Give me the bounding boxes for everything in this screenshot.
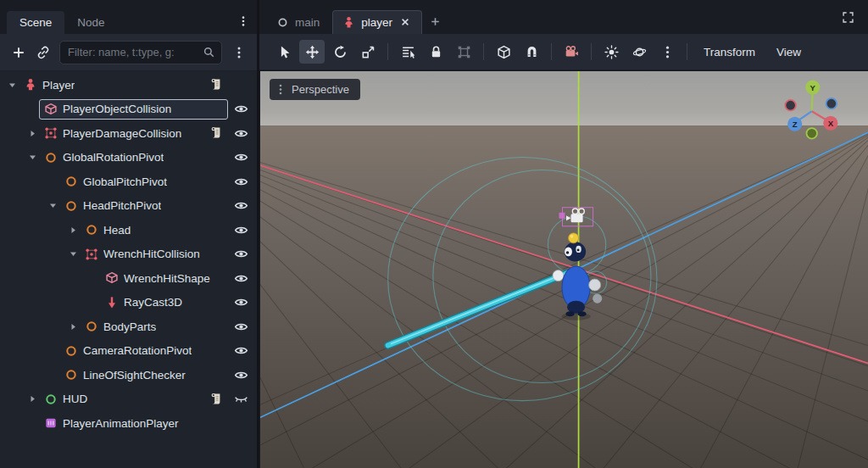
node-box[interactable]: WrenchHitShape (100, 268, 228, 288)
script-icon[interactable] (209, 126, 223, 140)
collapse-arrow-icon[interactable] (66, 249, 80, 259)
script-icon[interactable] (209, 78, 223, 92)
axis-y-negative[interactable] (806, 128, 816, 138)
tree-row[interactable]: RayCast3D (0, 291, 257, 315)
tree-row[interactable]: HeadPitchPivot (0, 194, 257, 219)
tree-row[interactable]: BodyParts (0, 315, 257, 339)
node-box[interactable]: WrenchHitCollision (80, 244, 228, 265)
move-tool-button[interactable] (299, 40, 325, 64)
transform-menu-button[interactable]: Transform (694, 40, 765, 64)
node-box[interactable]: Player (19, 75, 228, 95)
lock-button[interactable] (423, 40, 448, 64)
visibility-toggle-icon[interactable] (233, 343, 248, 359)
viewport-scene[interactable]: Y X Z (260, 71, 868, 468)
node-box[interactable]: Head (80, 220, 228, 240)
node-box[interactable]: LineOfSightChecker (59, 365, 228, 385)
scene-dock-toolbar (0, 34, 257, 71)
dock-menu-icon[interactable] (235, 13, 252, 30)
visibility-toggle-icon[interactable] (233, 270, 248, 286)
tree-row[interactable]: Player (0, 73, 257, 98)
instance-scene-button[interactable] (31, 41, 54, 64)
tree-row[interactable]: CameraRotationPivot (0, 339, 257, 364)
tree-menu-icon[interactable] (227, 41, 250, 64)
collapse-arrow-icon[interactable] (25, 153, 39, 162)
expand-arrow-icon[interactable] (66, 322, 80, 332)
node-box[interactable]: RayCast3D (100, 292, 228, 313)
node3d-icon (64, 344, 78, 358)
visibility-toggle-icon[interactable] (233, 367, 248, 382)
tree-row[interactable]: WrenchHitShape (0, 266, 257, 291)
viewport-3d[interactable]: Y X Z Perspective (260, 71, 868, 468)
axis-z-negative[interactable] (826, 98, 837, 109)
perspective-menu[interactable]: Perspective (270, 79, 360, 100)
tree-row[interactable]: GlobalRotationPivot (0, 146, 257, 170)
sun-button[interactable] (598, 40, 624, 64)
group-button[interactable] (451, 40, 476, 64)
visibility-toggle-icon[interactable] (233, 150, 248, 165)
node-name: GlobalRotationPivot (63, 151, 164, 164)
collapse-arrow-icon[interactable] (5, 81, 19, 90)
select-tool-button[interactable] (271, 40, 297, 64)
filter-nodes-field[interactable] (59, 41, 222, 64)
collision-shape-icon (44, 103, 58, 116)
canvas-layer-icon (44, 393, 58, 406)
node-name: LineOfSightChecker (83, 369, 186, 382)
visibility-hidden-icon[interactable] (233, 392, 248, 407)
visibility-toggle-icon[interactable] (233, 222, 248, 237)
tree-row[interactable]: LineOfSightChecker (0, 363, 257, 387)
node-box[interactable]: PlayerDamageCollision (39, 123, 228, 143)
distraction-free-icon[interactable] (837, 7, 858, 27)
visibility-toggle-icon[interactable] (233, 295, 248, 310)
scene-tab-player[interactable]: player (332, 10, 422, 34)
node-box[interactable]: BodyParts (80, 316, 228, 337)
selected-node-box[interactable]: PlayerObjectCollision (39, 99, 228, 120)
node-box[interactable]: GlobalPitchPivot (59, 171, 228, 192)
tree-row[interactable]: Head (0, 218, 257, 242)
close-tab-icon[interactable] (400, 17, 412, 29)
selection-list-button[interactable] (395, 40, 420, 64)
expand-arrow-icon[interactable] (25, 129, 39, 138)
indent (0, 254, 66, 254)
indent (0, 181, 46, 182)
visibility-toggle-icon[interactable] (233, 198, 248, 214)
visibility-toggle-icon[interactable] (233, 125, 248, 141)
filter-nodes-input[interactable] (66, 45, 199, 59)
scene-tab-main[interactable]: main (266, 10, 330, 34)
visibility-toggle-icon[interactable] (233, 174, 248, 189)
tab-node[interactable]: Node (64, 11, 117, 34)
dock-tabbar: Scene Node (0, 0, 257, 34)
tab-scene[interactable]: Scene (7, 11, 64, 34)
scale-tool-button[interactable] (355, 40, 381, 64)
expand-arrow-icon[interactable] (25, 394, 39, 404)
more-options-button[interactable] (654, 40, 680, 64)
add-scene-tab-button[interactable] (425, 10, 445, 32)
tree-row[interactable]: GlobalPitchPivot (0, 170, 257, 194)
collapse-arrow-icon[interactable] (46, 201, 59, 210)
tree-row[interactable]: PlayerAnimationPlayer (0, 411, 257, 436)
visibility-toggle-icon[interactable] (233, 102, 248, 117)
view-menu-button[interactable]: View (767, 40, 810, 64)
expand-arrow-icon[interactable] (66, 226, 80, 235)
script-icon[interactable] (209, 393, 223, 406)
add-node-button[interactable] (7, 41, 30, 64)
tree-row[interactable]: WrenchHitCollision (0, 242, 257, 267)
tree-row[interactable]: HUD (0, 387, 257, 412)
rotate-tool-button[interactable] (327, 40, 353, 64)
tree-row[interactable]: PlayerObjectCollision (0, 98, 257, 122)
node-box[interactable]: CameraRotationPivot (59, 341, 228, 361)
search-icon (203, 46, 215, 58)
axis-x-negative[interactable] (785, 100, 795, 110)
node-box[interactable]: PlayerAnimationPlayer (39, 413, 228, 433)
node3d-icon (85, 223, 98, 237)
visibility-toggle-icon[interactable] (233, 319, 248, 334)
node-box[interactable]: GlobalRotationPivot (39, 148, 228, 168)
snap-magnet-button[interactable] (519, 40, 544, 64)
node-name: PlayerObjectCollision (63, 103, 171, 115)
visibility-toggle-icon[interactable] (233, 247, 248, 262)
environment-button[interactable] (626, 40, 652, 64)
tree-row[interactable]: PlayerDamageCollision (0, 121, 257, 146)
camera-preview-button[interactable] (559, 40, 584, 64)
node-box[interactable]: HeadPitchPivot (59, 196, 228, 216)
node-box[interactable]: HUD (39, 389, 228, 410)
cube-button[interactable] (491, 40, 516, 64)
